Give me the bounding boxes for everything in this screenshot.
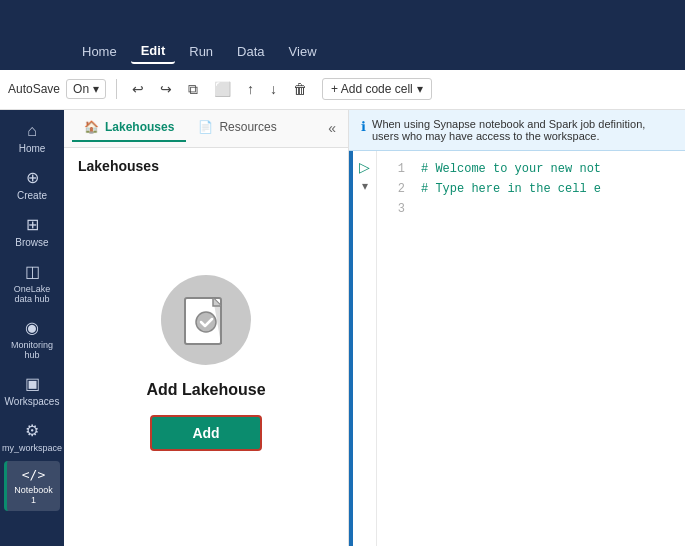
add-code-cell-button[interactable]: + Add code cell ▾ (322, 78, 432, 100)
my-workspace-icon: ⚙ (25, 421, 39, 440)
collapse-panel-button[interactable]: « (324, 116, 340, 140)
svg-point-1 (196, 312, 216, 332)
autosave-chevron-icon: ▾ (93, 82, 99, 96)
lakehouse-empty-icon (161, 275, 251, 365)
paste-button[interactable]: ⬜ (209, 78, 236, 100)
move-down-button[interactable]: ↓ (265, 78, 282, 100)
redo-button[interactable]: ↪ (155, 78, 177, 100)
cell-controls: ▷ ▾ (353, 151, 377, 546)
top-nav-bar: Home Edit Run Data View (0, 34, 685, 70)
notebook-icon: </> (22, 467, 45, 482)
lakehouses-heading: Lakehouses (64, 148, 348, 180)
autosave-value: On (73, 82, 89, 96)
run-cell-button[interactable]: ▷ (359, 159, 370, 175)
add-lakehouse-button[interactable]: Add (150, 415, 261, 451)
onelake-icon: ◫ (25, 262, 40, 281)
line-code-2: # Type here in the cell e (421, 179, 601, 199)
workspaces-icon: ▣ (25, 374, 40, 393)
nav-run[interactable]: Run (179, 40, 223, 63)
sidebar-item-home-label: Home (19, 143, 46, 154)
tab-lakehouses[interactable]: 🏠 Lakehouses (72, 114, 186, 142)
sidebar-item-workspaces-label: Workspaces (5, 396, 60, 407)
add-cell-label: + Add code cell (331, 82, 413, 96)
sidebar-item-workspaces[interactable]: ▣ Workspaces (4, 368, 60, 413)
sidebar-item-onelake[interactable]: ◫ OneLake data hub (4, 256, 60, 310)
left-panel: 🏠 Lakehouses 📄 Resources « Lakehouses (64, 110, 349, 546)
toolbar: AutoSave On ▾ ↩ ↪ ⧉ ⬜ ↑ ↓ 🗑 + Add code c… (0, 70, 685, 110)
lakehouses-tab-icon: 🏠 (84, 120, 99, 134)
sidebar-item-onelake-label: OneLake data hub (8, 284, 56, 304)
lakehouses-tab-label: Lakehouses (105, 120, 174, 134)
code-line-3: 3 (389, 199, 673, 219)
resources-tab-label: Resources (219, 120, 276, 134)
sidebar-item-notebook[interactable]: </> Notebook 1 (4, 461, 60, 511)
code-lines[interactable]: 1 # Welcome to your new not 2 # Type her… (377, 151, 685, 546)
line-number-1: 1 (389, 159, 405, 179)
info-banner-text: When using Synapse notebook and Spark jo… (372, 118, 673, 142)
sidebar-item-browse-label: Browse (15, 237, 48, 248)
panel-tabs: 🏠 Lakehouses 📄 Resources « (64, 110, 348, 148)
sidebar-item-my-workspace[interactable]: ⚙ my_workspace (4, 415, 60, 459)
move-up-button[interactable]: ↑ (242, 78, 259, 100)
nav-edit[interactable]: Edit (131, 39, 176, 64)
sidebar: ⌂ Home ⊕ Create ⊞ Browse ◫ OneLake data … (0, 110, 64, 546)
copy-button[interactable]: ⧉ (183, 78, 203, 101)
nav-view[interactable]: View (279, 40, 327, 63)
add-lakehouse-title: Add Lakehouse (146, 381, 265, 399)
top-navigation (0, 0, 685, 34)
nav-data[interactable]: Data (227, 40, 274, 63)
sidebar-item-workspace-label: my_workspace (2, 443, 62, 453)
add-cell-chevron-icon: ▾ (417, 82, 423, 96)
line-number-2: 2 (389, 179, 405, 199)
info-banner: ℹ When using Synapse notebook and Spark … (349, 110, 685, 151)
autosave-label: AutoSave (8, 82, 60, 96)
sidebar-item-monitoring-label: Monitoring hub (8, 340, 56, 360)
line-number-3: 3 (389, 199, 405, 219)
create-icon: ⊕ (26, 168, 39, 187)
lakehouses-empty-state: Add Lakehouse Add (64, 180, 348, 546)
right-panel: ℹ When using Synapse notebook and Spark … (349, 110, 685, 546)
undo-button[interactable]: ↩ (127, 78, 149, 100)
sidebar-item-browse[interactable]: ⊞ Browse (4, 209, 60, 254)
tab-resources[interactable]: 📄 Resources (186, 114, 288, 142)
sidebar-item-create[interactable]: ⊕ Create (4, 162, 60, 207)
monitoring-icon: ◉ (25, 318, 39, 337)
code-line-2: 2 # Type here in the cell e (389, 179, 673, 199)
code-editor-area: ▷ ▾ 1 # Welcome to your new not 2 # Type… (349, 151, 685, 546)
sidebar-item-monitoring[interactable]: ◉ Monitoring hub (4, 312, 60, 366)
resources-tab-icon: 📄 (198, 120, 213, 134)
sidebar-item-create-label: Create (17, 190, 47, 201)
toolbar-separator-1 (116, 79, 117, 99)
nav-home[interactable]: Home (72, 40, 127, 63)
autosave-dropdown[interactable]: On ▾ (66, 79, 106, 99)
line-code-1: # Welcome to your new not (421, 159, 601, 179)
code-line-1: 1 # Welcome to your new not (389, 159, 673, 179)
sidebar-item-home[interactable]: ⌂ Home (4, 116, 60, 160)
info-icon: ℹ (361, 119, 366, 134)
delete-button[interactable]: 🗑 (288, 78, 312, 100)
home-icon: ⌂ (27, 122, 37, 140)
sidebar-item-notebook-label: Notebook 1 (11, 485, 56, 505)
expand-cell-button[interactable]: ▾ (362, 179, 368, 193)
browse-icon: ⊞ (26, 215, 39, 234)
